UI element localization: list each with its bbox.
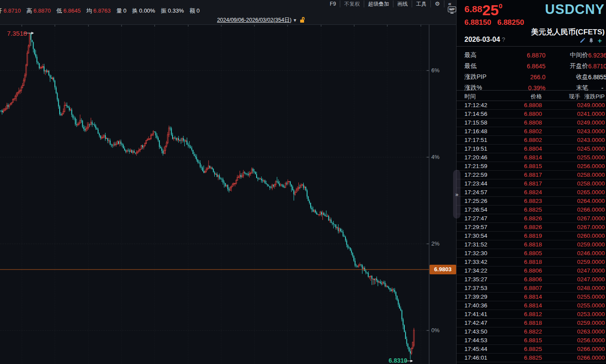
tick-pip: 249.0000 — [580, 119, 605, 126]
table-row[interactable]: 17:23:446.88170258.0000 — [457, 179, 606, 188]
table-row[interactable]: 17:20:466.88140255.0000 — [457, 153, 606, 162]
tick-time: 17:27:47 — [464, 215, 506, 222]
tick-lot: 0 — [542, 128, 580, 135]
tick-lot: 0 — [542, 154, 580, 161]
tick-pip: 264.0000 — [580, 198, 605, 204]
gear-icon[interactable]: ⚙ — [430, 0, 444, 7]
chart-canvas[interactable] — [0, 25, 456, 364]
tick-lot: 0 — [542, 311, 580, 317]
tick-lot: 0 — [542, 172, 580, 178]
col-header-0: 时间 — [464, 93, 506, 101]
tick-time: 17:35:27 — [464, 276, 506, 283]
tick-time: 17:37:53 — [464, 285, 506, 291]
table-row[interactable]: 17:12:426.88080249.0000 — [457, 101, 606, 110]
menu-item-3[interactable]: 画线 — [393, 0, 412, 7]
tick-pip: 247.0000 — [580, 267, 605, 274]
table-row[interactable]: 17:40:366.88140255.0000 — [457, 301, 606, 310]
tick-time: 17:46:01 — [464, 354, 506, 361]
table-row[interactable]: 17:31:526.88180259.0000 — [457, 240, 606, 249]
tick-price: 6.8804 — [506, 145, 542, 152]
table-row[interactable]: 17:14:566.88000241.0000 — [457, 110, 606, 118]
tick-time: 17:19:51 — [464, 145, 506, 152]
table-row[interactable]: 17:39:296.88140255.0000 — [457, 293, 606, 301]
summary-label: 中间价 — [546, 51, 588, 59]
add-plus-icon[interactable]: ＋ — [597, 37, 603, 43]
trading-terminal: F9不复权超级叠加画线工具⚙« 开6.8710高6.8870低6.8645均6.… — [0, 0, 606, 364]
tick-pip: 263.0000 — [580, 328, 605, 335]
table-row[interactable]: 17:33:426.88180259.0000 — [457, 258, 606, 266]
wp-icon-stand — [450, 13, 454, 13]
menu-item-1[interactable]: 不复权 — [340, 0, 364, 7]
tick-pip: 258.0000 — [580, 180, 605, 187]
table-row[interactable]: 17:25:266.88230264.0000 — [457, 197, 606, 206]
stat-额: 额0 — [190, 7, 200, 14]
table-row[interactable]: 17:43:506.88220263.0000 — [457, 327, 606, 336]
table-row[interactable]: 17:17:516.88020243.0000 — [457, 136, 606, 145]
tick-pip: 259.0000 — [580, 320, 605, 326]
tick-pip: 241.0000 — [580, 111, 605, 117]
tick-price: 6.8814 — [506, 154, 542, 161]
table-row[interactable]: 17:21:596.88150256.0000 — [457, 162, 606, 171]
table-row[interactable]: 17:15:586.88080249.0000 — [457, 118, 606, 127]
tick-pip: 259.0000 — [580, 259, 605, 265]
caret-down-icon[interactable]: ▼ — [293, 18, 297, 23]
quote-date: 2026-03-04? — [464, 36, 505, 44]
tick-time: 17:32:30 — [464, 250, 506, 256]
tick-pip: 267.0000 — [580, 224, 605, 230]
table-row[interactable]: 17:30:546.88190260.0000 — [457, 232, 606, 240]
table-row[interactable]: 17:34:226.88060247.0000 — [457, 266, 606, 275]
menu-item-0[interactable]: F9 — [326, 0, 340, 7]
wp-monitor-icon[interactable]: WP — [448, 7, 456, 15]
tick-pip: 265.0000 — [580, 189, 605, 195]
table-row[interactable]: 17:42:476.88180259.0000 — [457, 319, 606, 327]
tick-lot: 0 — [542, 215, 580, 222]
unlock-icon[interactable] — [300, 17, 305, 23]
tick-lot: 0 — [542, 137, 580, 143]
table-row[interactable]: 17:32:306.88050246.0000 — [457, 249, 606, 258]
last-price-sup: 0 — [499, 2, 502, 10]
tick-time: 17:17:51 — [464, 137, 506, 143]
tick-pip: 253.0000 — [580, 311, 605, 317]
table-row[interactable]: 17:45:446.88250266.0000 — [457, 345, 606, 354]
tick-time: 17:22:59 — [464, 172, 506, 178]
panel-collapse-handle[interactable]: » — [453, 170, 460, 219]
table-row[interactable]: 17:24:576.88240265.0000 — [457, 188, 606, 197]
tick-time: 17:26:54 — [464, 206, 506, 213]
tick-lot: 0 — [542, 233, 580, 239]
candlestick-chart[interactable]: 6%4%2%0% 6.9803 7.3518 6.8310 — [0, 25, 456, 364]
summary-value: 0.39% — [503, 84, 546, 91]
table-row[interactable]: 17:41:416.88120253.0000 — [457, 310, 606, 319]
symbol-code: USDCNY — [545, 2, 605, 17]
table-row[interactable]: 17:44:536.88150256.0000 — [457, 336, 606, 345]
table-row[interactable]: 17:46:016.88250266.0000 — [457, 354, 606, 362]
table-row[interactable]: 17:19:516.88040245.0000 — [457, 145, 606, 153]
tick-time: 17:40:36 — [464, 302, 506, 309]
tick-price: 6.8815 — [506, 163, 542, 169]
table-row[interactable]: 17:22:596.88170258.0000 — [457, 171, 606, 179]
date-range-link[interactable]: 2024/09/06-2026/03/02(354日) — [217, 17, 291, 24]
summary-value: 6.9236 — [588, 52, 606, 59]
tick-price: 6.8822 — [506, 328, 542, 335]
col-header-2: 现手 — [542, 93, 580, 101]
table-row[interactable]: 17:35:276.88060247.0000 — [457, 275, 606, 284]
table-row[interactable]: 17:27:476.88260267.0000 — [457, 214, 606, 223]
quote-action-icons: ＋ — [579, 37, 603, 43]
summary-value: 6.8870 — [503, 52, 546, 59]
table-row[interactable]: 17:26:546.88250266.0000 — [457, 206, 606, 214]
alert-bell-icon[interactable] — [588, 37, 594, 43]
edit-pencil-icon[interactable] — [579, 37, 585, 43]
tick-price: 6.8817 — [506, 172, 542, 178]
tick-price: 6.8818 — [506, 259, 542, 265]
help-icon[interactable]: ? — [502, 36, 505, 43]
tick-pip: 247.0000 — [580, 276, 605, 283]
menu-item-4[interactable]: 工具 — [412, 0, 430, 7]
last-price-main: 6.88 — [464, 4, 482, 14]
tick-time: 17:15:58 — [464, 119, 506, 126]
table-row[interactable]: 17:29:576.88260267.0000 — [457, 223, 606, 232]
table-row[interactable]: 17:16:486.88020243.0000 — [457, 127, 606, 136]
table-row[interactable]: 17:37:536.88070248.0000 — [457, 284, 606, 293]
summary-value: 266.0 — [503, 74, 546, 81]
menu-item-2[interactable]: 超级叠加 — [364, 0, 393, 7]
tick-time: 17:16:48 — [464, 128, 506, 135]
tick-time: 17:42:47 — [464, 320, 506, 326]
